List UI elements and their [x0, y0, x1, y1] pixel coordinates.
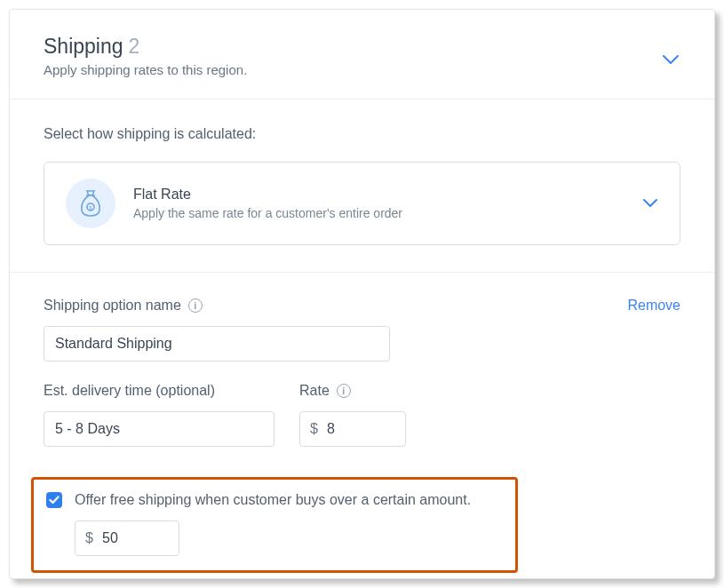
- money-bag-icon: $: [66, 179, 115, 228]
- shipping-panel: Shipping 2 Apply shipping rates to this …: [9, 9, 715, 579]
- name-label-row: Shipping option name i: [44, 298, 203, 314]
- delivery-time-input[interactable]: [44, 411, 274, 447]
- calc-section: Select how shipping is calculated: $ Fla…: [10, 99, 714, 273]
- chevron-down-icon: [642, 195, 658, 211]
- free-shipping-highlight: Offer free shipping when customer buys o…: [31, 477, 518, 573]
- rate-input[interactable]: [299, 411, 406, 447]
- rate-type-dropdown[interactable]: $ Flat Rate Apply the same rate for a cu…: [44, 162, 680, 245]
- remove-option-link[interactable]: Remove: [627, 298, 680, 314]
- free-shipping-label: Offer free shipping when customer buys o…: [75, 492, 471, 508]
- info-icon[interactable]: i: [188, 298, 203, 313]
- check-icon: [49, 492, 60, 508]
- free-shipping-checkbox[interactable]: [46, 492, 62, 508]
- section-subtitle: Apply shipping rates to this region.: [44, 62, 247, 77]
- rate-type-desc: Apply the same rate for a customer's ent…: [133, 206, 625, 220]
- name-label: Shipping option name: [44, 298, 181, 314]
- free-shipping-threshold-input[interactable]: [75, 520, 179, 556]
- section-header: Shipping 2 Apply shipping rates to this …: [10, 10, 714, 99]
- calc-prompt: Select how shipping is calculated:: [44, 126, 680, 142]
- rate-label: Rate: [299, 383, 330, 399]
- rate-type-title: Flat Rate: [133, 187, 625, 203]
- delivery-label: Est. delivery time (optional): [44, 383, 274, 399]
- collapse-toggle[interactable]: [661, 51, 680, 70]
- shipping-option-form: Shipping option name i Remove Est. deliv…: [10, 273, 714, 579]
- shipping-name-input[interactable]: [44, 326, 390, 362]
- section-title: Shipping: [44, 35, 123, 59]
- rate-label-row: Rate i: [299, 383, 406, 399]
- chevron-down-icon: [662, 52, 680, 68]
- section-step: 2: [129, 35, 140, 59]
- info-icon[interactable]: i: [337, 384, 351, 398]
